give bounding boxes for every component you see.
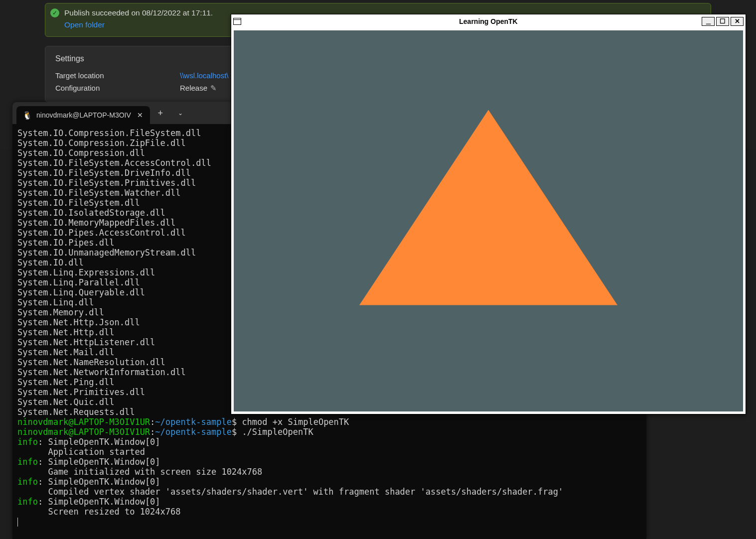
close-button[interactable]: ✕: [731, 17, 744, 26]
opentk-canvas: [234, 30, 743, 411]
tab-dropdown-button[interactable]: ⌄: [171, 104, 190, 122]
minimize-button[interactable]: ＿: [702, 17, 715, 26]
window-controls: ＿ ☐ ✕: [702, 17, 744, 26]
target-label: Target location: [55, 71, 180, 80]
check-icon: ✓: [50, 8, 59, 17]
target-value[interactable]: \\wsl.localhost\: [180, 71, 229, 80]
opentk-titlebar[interactable]: Learning OpenTK ＿ ☐ ✕: [231, 14, 746, 28]
close-icon[interactable]: ✕: [135, 111, 145, 119]
config-label: Configuration: [55, 84, 180, 93]
maximize-button[interactable]: ☐: [716, 17, 729, 26]
open-folder-link[interactable]: Open folder: [64, 20, 105, 29]
opentk-window: Learning OpenTK ＿ ☐ ✕: [231, 14, 746, 414]
opentk-title: Learning OpenTK: [231, 17, 746, 25]
triangle-shape: [359, 110, 617, 305]
opentk-canvas-wrap: [231, 28, 746, 414]
config-value: Release: [180, 84, 207, 93]
publish-success-text: Publish succeeded on 08/12/2022 at 17:11…: [64, 8, 213, 17]
pencil-icon[interactable]: ✎: [210, 84, 217, 93]
terminal-tab-title: ninovdmark@LAPTOP-M3OIV: [36, 111, 131, 119]
terminal-tab[interactable]: 🐧 ninovdmark@LAPTOP-M3OIV ✕: [16, 106, 150, 124]
new-tab-button[interactable]: +: [151, 104, 170, 122]
tux-icon: 🐧: [22, 111, 32, 120]
